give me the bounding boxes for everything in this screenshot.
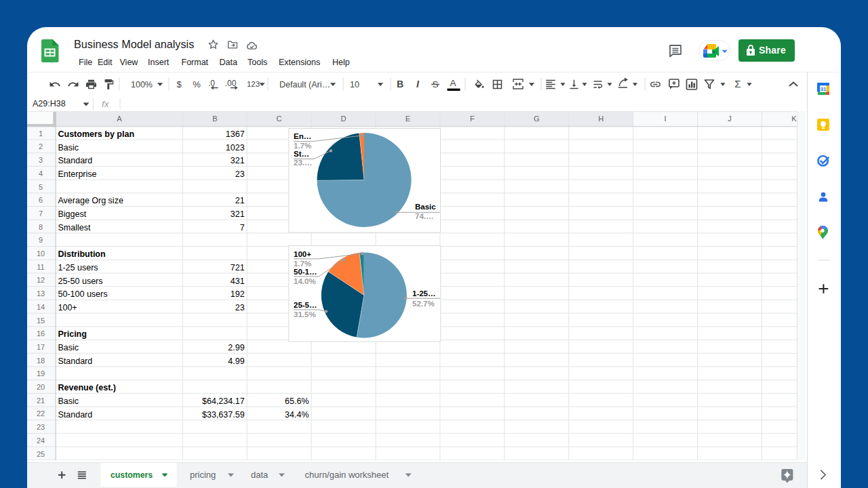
svg-text:431: 431: [231, 277, 245, 286]
svg-text:5: 5: [39, 183, 43, 191]
svg-text:B: B: [397, 79, 403, 89]
svg-text:H: H: [598, 115, 604, 123]
svg-text:321: 321: [231, 209, 245, 219]
svg-text:50-1…: 50-1…: [294, 268, 317, 276]
svg-text:10: 10: [37, 249, 45, 258]
svg-text:14: 14: [37, 303, 45, 311]
svg-text:52.7%: 52.7%: [412, 300, 435, 308]
svg-text:Revenue (est.): Revenue (est.): [58, 383, 116, 392]
svg-text:customers: customers: [111, 470, 153, 480]
svg-text:Standard: Standard: [58, 156, 93, 165]
svg-text:13: 13: [37, 289, 45, 298]
svg-text:2: 2: [39, 142, 43, 150]
svg-text:Basic: Basic: [58, 343, 79, 352]
svg-text:.0: .0: [208, 79, 215, 88]
svg-text:Enterprise: Enterprise: [58, 169, 97, 179]
svg-text:Basic: Basic: [415, 203, 436, 211]
svg-text:1-25…: 1-25…: [412, 289, 436, 298]
svg-text:65.6%: 65.6%: [285, 396, 309, 406]
svg-text:Default (Ari…: Default (Ari…: [279, 80, 330, 89]
svg-text:18: 18: [37, 357, 45, 365]
svg-text:Customers by plan: Customers by plan: [58, 129, 135, 139]
svg-text:20: 20: [37, 383, 45, 391]
svg-text:pricing: pricing: [190, 470, 216, 480]
svg-text:1-25 users: 1-25 users: [58, 263, 98, 272]
svg-text:4: 4: [39, 169, 43, 178]
svg-text:23: 23: [37, 423, 45, 431]
svg-text:A: A: [450, 78, 456, 88]
svg-text:1367: 1367: [226, 129, 245, 139]
svg-text:J: J: [728, 115, 732, 123]
svg-text:G: G: [534, 115, 540, 123]
svg-text:$33,637.59: $33,637.59: [202, 410, 245, 420]
svg-text:St…: St…: [294, 150, 309, 158]
svg-text:Biggest: Biggest: [58, 209, 87, 219]
svg-text:data: data: [251, 470, 269, 480]
svg-text:17: 17: [37, 343, 45, 351]
svg-text:7: 7: [39, 209, 43, 218]
svg-text:6: 6: [39, 196, 43, 204]
svg-text:A: A: [117, 115, 122, 123]
svg-text:31.5%: 31.5%: [294, 310, 316, 319]
svg-text:22: 22: [37, 409, 45, 418]
svg-text:Smallest: Smallest: [58, 223, 91, 232]
svg-text:D: D: [341, 115, 347, 123]
svg-text:321: 321: [231, 156, 245, 165]
svg-text:churn/gain worksheet: churn/gain worksheet: [305, 470, 389, 480]
svg-text:1: 1: [39, 129, 43, 138]
svg-text:%: %: [193, 79, 201, 89]
svg-text:25-5…: 25-5…: [294, 301, 317, 309]
svg-text:K: K: [791, 115, 797, 123]
svg-text:34.4%: 34.4%: [285, 410, 309, 420]
svg-text:.00: .00: [225, 79, 237, 88]
svg-text:7: 7: [240, 223, 245, 232]
svg-text:9: 9: [39, 236, 43, 244]
svg-text:25-50 users: 25-50 users: [58, 277, 103, 286]
svg-text:I: I: [664, 115, 666, 123]
svg-text:C: C: [277, 115, 282, 123]
svg-text:2.99: 2.99: [228, 343, 244, 352]
svg-text:B: B: [212, 115, 217, 123]
svg-text:Basic: Basic: [58, 396, 79, 406]
svg-text:F: F: [470, 115, 475, 123]
svg-text:Pricing: Pricing: [58, 329, 87, 339]
svg-text:74.…: 74.…: [415, 212, 434, 220]
svg-text:A29:H38: A29:H38: [33, 99, 66, 108]
svg-text:721: 721: [231, 263, 245, 272]
svg-text:1023: 1023: [226, 143, 245, 152]
svg-text:11: 11: [37, 263, 44, 271]
svg-text:12: 12: [37, 276, 45, 284]
svg-text:3: 3: [39, 156, 43, 164]
svg-text:4.99: 4.99: [228, 357, 244, 366]
svg-text:Average Org size: Average Org size: [58, 196, 123, 205]
svg-text:25: 25: [37, 450, 45, 458]
svg-text:15: 15: [37, 317, 45, 325]
svg-text:16: 16: [37, 329, 45, 338]
svg-text:Distribution: Distribution: [58, 249, 106, 259]
svg-text:$: $: [176, 79, 182, 89]
svg-text:1.7%: 1.7%: [294, 260, 311, 268]
svg-text:50-100 users: 50-100 users: [58, 289, 108, 299]
svg-text:23.…: 23.…: [294, 159, 313, 167]
svg-text:Basic: Basic: [58, 143, 79, 152]
svg-text:Standard: Standard: [58, 357, 93, 366]
svg-text:14.0%: 14.0%: [294, 277, 316, 285]
svg-text:10: 10: [350, 80, 359, 89]
svg-text:Standard: Standard: [58, 410, 93, 420]
svg-text:24: 24: [37, 436, 45, 445]
svg-text:100+: 100+: [58, 303, 77, 312]
svg-text:19: 19: [37, 369, 45, 378]
svg-text:E: E: [406, 115, 410, 123]
svg-text:$64,234.17: $64,234.17: [202, 396, 245, 406]
svg-text:8: 8: [39, 223, 43, 231]
svg-text:fx: fx: [102, 99, 110, 109]
svg-text:23: 23: [235, 169, 245, 179]
svg-text:192: 192: [231, 289, 245, 299]
svg-text:21: 21: [37, 396, 45, 405]
svg-text:1.7%: 1.7%: [294, 142, 311, 150]
svg-text:123: 123: [247, 80, 260, 88]
svg-text:100+: 100+: [294, 250, 311, 258]
svg-text:I: I: [416, 79, 420, 89]
svg-text:En…: En…: [294, 132, 311, 140]
svg-text:31: 31: [821, 86, 827, 92]
